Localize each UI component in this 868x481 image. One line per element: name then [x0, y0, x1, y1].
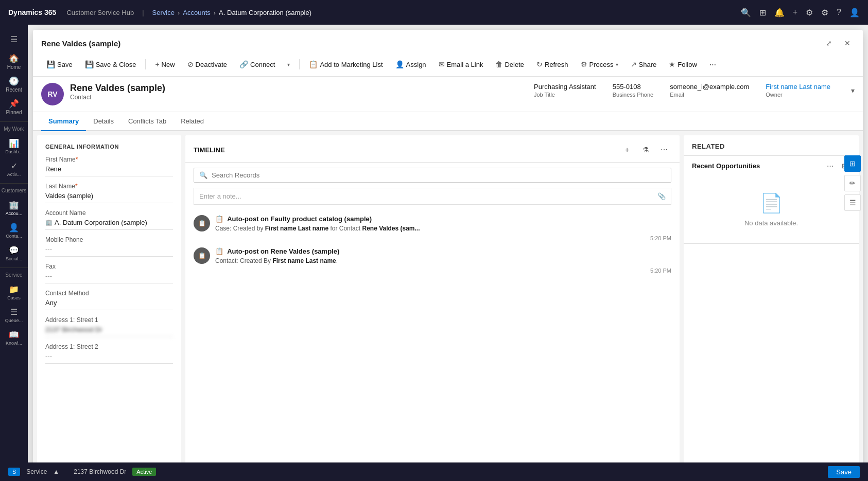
sidebar-item-pinned[interactable]: 📌 Pinned [4, 97, 24, 117]
form-title-bar: Rene Valdes (sample) ⤢ ✕ [41, 36, 855, 50]
attachment-icon[interactable]: 📎 [657, 192, 666, 200]
close-button[interactable]: ✕ [840, 36, 855, 50]
new-button[interactable]: + New [150, 58, 180, 71]
tl-desc-1: Case: Created by First name Last name fo… [215, 224, 671, 233]
timeline-add-button[interactable]: + [620, 142, 634, 157]
first-name-value[interactable]: Rene [45, 165, 173, 176]
address-street1-value[interactable]: 2137 Birchwood Dr [45, 326, 173, 337]
add-marketing-button[interactable]: 📋 Add to Marketing List [304, 58, 388, 71]
bottom-save-button[interactable]: Save [828, 466, 860, 478]
note-placeholder: Enter a note... [199, 192, 241, 200]
process-button[interactable]: ⚙ Process ▾ [576, 58, 623, 71]
deactivate-button[interactable]: ⊘ Deactivate [182, 58, 232, 71]
expand-button[interactable]: ⤢ [822, 36, 836, 50]
related-more-button[interactable]: ⋯ [824, 161, 837, 171]
timeline-item-2: 📋 📋 Auto-post on Rene Valdes (sample) Co… [194, 247, 671, 274]
notification-icon[interactable]: 🔔 [774, 8, 785, 17]
deactivate-label: Deactivate [196, 61, 227, 68]
mobile-phone-label: Mobile Phone [45, 236, 173, 243]
note-input-area[interactable]: Enter a note... 📎 [194, 188, 671, 205]
chevron-up-icon[interactable]: ▲ [53, 468, 59, 475]
refresh-button[interactable]: ↻ Refresh [531, 58, 574, 71]
general-info-panel: GENERAL INFORMATION First Name* Rene Las… [37, 135, 181, 472]
sidebar-recent-label: Recent [6, 87, 22, 93]
add-icon[interactable]: + [793, 8, 797, 17]
save-close-button[interactable]: 💾 Save & Close [80, 58, 142, 71]
entity-meta: Purchasing Assistant Job Title 555-0108 … [534, 83, 855, 98]
sidebar-item-cases[interactable]: 📁 Cases [4, 282, 24, 302]
save-button[interactable]: 💾 Save [41, 58, 78, 71]
tab-summary[interactable]: Summary [41, 112, 86, 131]
tab-details[interactable]: Details [86, 112, 121, 131]
sidebar-item-home[interactable]: 🏠 Home [4, 51, 24, 72]
sidebar-item-accounts[interactable]: 🏢 Accou... [4, 198, 24, 218]
connect-button[interactable]: 🔗 Connect [234, 58, 280, 71]
new-icon: + [155, 60, 159, 68]
follow-button[interactable]: ★ Follow [664, 58, 702, 71]
my-work-label: My Work [0, 121, 28, 134]
filter-icon[interactable]: ⚙ [806, 8, 813, 17]
share-button[interactable]: ↗ Share [626, 58, 662, 71]
timeline-search-input[interactable] [212, 171, 666, 179]
tab-conflicts[interactable]: Conflicts Tab [121, 112, 173, 131]
mobile-phone-value[interactable]: --- [45, 245, 173, 257]
tl-bold-1b: Rene Valdes (sam... [362, 225, 420, 232]
delete-button[interactable]: 🗑 Delete [490, 58, 529, 71]
timeline-search-box: 🔍 [194, 168, 671, 183]
related-title: RELATED [692, 142, 725, 150]
activities-icon: ✓ [11, 161, 18, 171]
address-street2-value[interactable]: --- [45, 352, 173, 364]
sidebar-queues-label: Queue... [5, 318, 23, 323]
rs-edit-button[interactable]: ✏ [844, 175, 859, 191]
accounts-icon: 🏢 [9, 200, 19, 210]
refresh-label: Refresh [545, 61, 568, 68]
sidebar-item-social[interactable]: 💬 Social... [4, 243, 24, 263]
email-link-button[interactable]: ✉ Email a Link [433, 58, 489, 71]
rs-list-button[interactable]: ☰ [844, 194, 859, 211]
pin-icon: 📌 [9, 99, 19, 109]
expand-meta-button[interactable]: ▾ [851, 86, 855, 95]
assign-button[interactable]: 👤 Assign [390, 58, 431, 71]
process-label: Process [589, 61, 614, 68]
tl-avatar-icon-2: 📋 [198, 252, 206, 259]
breadcrumb-service[interactable]: Service [152, 9, 175, 16]
sidebar-item-knowledge[interactable]: 📖 Knowl... [4, 327, 24, 348]
timeline-more-button[interactable]: ⋯ [657, 142, 671, 157]
more-options-button[interactable]: ⋯ [704, 58, 721, 71]
no-data-area: 📄 No data available. [684, 176, 859, 243]
meta-email: someone_i@example.com Email [670, 83, 749, 98]
user-icon[interactable]: 👤 [849, 8, 860, 17]
social-icon: 💬 [9, 245, 19, 255]
sidebar-item-activities[interactable]: ✓ Activ... [4, 158, 24, 179]
sidebar-menu-toggle[interactable]: ☰ [4, 29, 24, 49]
breadcrumb-accounts[interactable]: Accounts [183, 9, 210, 16]
tl-time-2: 5:20 PM [215, 268, 671, 274]
sidebar-item-dashboards[interactable]: 📊 Dashb... [4, 136, 24, 156]
sidebar-item-contacts[interactable]: 👤 Conta... [4, 220, 24, 241]
right-tools: ⊞ ✏ ☰ [842, 153, 859, 213]
connect-dropdown-button[interactable]: ▾ [282, 59, 295, 70]
dashboard-icon[interactable]: ⊞ [759, 8, 766, 17]
fax-value[interactable]: --- [45, 272, 173, 283]
sidebar-item-recent[interactable]: 🕐 Recent [4, 74, 24, 95]
marketing-icon: 📋 [309, 60, 318, 68]
field-fax: Fax --- [45, 263, 173, 283]
help-icon[interactable]: ? [837, 8, 841, 17]
owner-value[interactable]: First name Last name [766, 83, 830, 91]
entity-type: Contact [70, 94, 528, 101]
tab-related[interactable]: Related [173, 112, 211, 131]
avatar-initials: RV [47, 90, 57, 98]
search-icon[interactable]: 🔍 [741, 8, 751, 17]
last-name-value[interactable]: Valdes (sample) [45, 192, 173, 203]
timeline-items: 📋 📋 Auto-post on Faulty product catalog … [185, 211, 680, 278]
contact-method-value[interactable]: Any [45, 299, 173, 310]
sidebar-contacts-label: Conta... [6, 234, 22, 239]
timeline-filter-button[interactable]: ⚗ [638, 142, 653, 157]
sidebar-item-queues[interactable]: ☰ Queue... [4, 305, 24, 325]
dashboard-sidebar-icon: 📊 [9, 138, 19, 148]
account-name-link[interactable]: A. Datum Corporation (sample) [55, 219, 147, 226]
follow-icon: ★ [669, 60, 675, 68]
settings-icon[interactable]: ⚙ [821, 8, 828, 17]
rs-expand-button[interactable]: ⊞ [844, 155, 859, 172]
search-icon-timeline: 🔍 [199, 171, 207, 179]
